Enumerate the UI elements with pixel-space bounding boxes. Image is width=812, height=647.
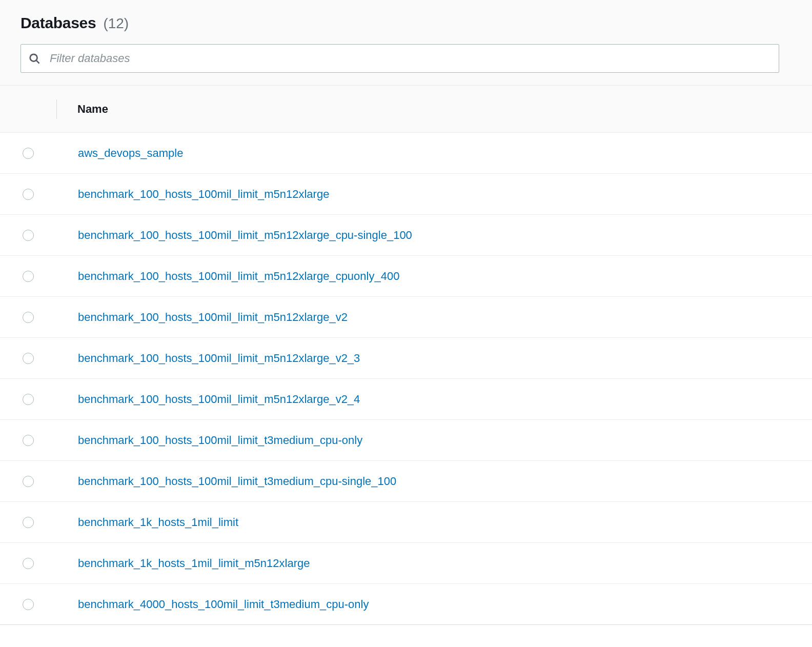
select-database-radio[interactable]: [23, 394, 34, 405]
row-select-cell: [0, 353, 56, 364]
column-header-name[interactable]: Name: [57, 103, 108, 116]
database-link[interactable]: benchmark_100_hosts_100mil_limit_m5n12xl…: [56, 311, 348, 324]
row-select-cell: [0, 312, 56, 323]
row-select-cell: [0, 230, 56, 241]
table-row: benchmark_1k_hosts_1mil_limit_m5n12xlarg…: [0, 543, 812, 584]
databases-table-body: aws_devops_sample benchmark_100_hosts_10…: [0, 133, 812, 625]
table-row: benchmark_100_hosts_100mil_limit_m5n12xl…: [0, 256, 812, 297]
table-row: benchmark_100_hosts_100mil_limit_m5n12xl…: [0, 174, 812, 215]
select-database-radio[interactable]: [23, 271, 34, 282]
databases-header: Databases (12): [0, 0, 812, 86]
select-database-radio[interactable]: [23, 435, 34, 446]
title-row: Databases (12): [21, 14, 791, 32]
select-database-radio[interactable]: [23, 476, 34, 487]
database-link[interactable]: benchmark_4000_hosts_100mil_limit_t3medi…: [56, 598, 369, 611]
database-link[interactable]: aws_devops_sample: [56, 147, 183, 160]
select-database-radio[interactable]: [23, 189, 34, 200]
select-database-radio[interactable]: [23, 148, 34, 159]
row-select-cell: [0, 394, 56, 405]
database-link[interactable]: benchmark_100_hosts_100mil_limit_m5n12xl…: [56, 229, 412, 242]
select-database-radio[interactable]: [23, 517, 34, 528]
select-database-radio[interactable]: [23, 230, 34, 241]
row-select-cell: [0, 476, 56, 487]
filter-wrapper: [21, 44, 779, 73]
database-link[interactable]: benchmark_1k_hosts_1mil_limit: [56, 516, 238, 529]
databases-count: (12): [103, 15, 129, 32]
database-link[interactable]: benchmark_100_hosts_100mil_limit_m5n12xl…: [56, 352, 360, 365]
page-title: Databases: [21, 14, 96, 32]
row-select-cell: [0, 189, 56, 200]
row-select-cell: [0, 517, 56, 528]
table-row: benchmark_100_hosts_100mil_limit_m5n12xl…: [0, 379, 812, 420]
database-link[interactable]: benchmark_100_hosts_100mil_limit_m5n12xl…: [56, 270, 399, 283]
table-header: Name: [0, 86, 812, 133]
table-row: benchmark_1k_hosts_1mil_limit: [0, 502, 812, 543]
table-row: benchmark_100_hosts_100mil_limit_t3mediu…: [0, 420, 812, 461]
table-row: benchmark_4000_hosts_100mil_limit_t3medi…: [0, 584, 812, 625]
select-database-radio[interactable]: [23, 558, 34, 569]
table-row: benchmark_100_hosts_100mil_limit_m5n12xl…: [0, 338, 812, 379]
row-select-cell: [0, 599, 56, 610]
table-row: benchmark_100_hosts_100mil_limit_m5n12xl…: [0, 297, 812, 338]
select-database-radio[interactable]: [23, 312, 34, 323]
row-select-cell: [0, 558, 56, 569]
database-link[interactable]: benchmark_100_hosts_100mil_limit_t3mediu…: [56, 434, 362, 447]
database-link[interactable]: benchmark_100_hosts_100mil_limit_m5n12xl…: [56, 188, 329, 201]
database-link[interactable]: benchmark_100_hosts_100mil_limit_t3mediu…: [56, 475, 396, 488]
row-select-cell: [0, 435, 56, 446]
select-database-radio[interactable]: [23, 599, 34, 610]
table-row: benchmark_100_hosts_100mil_limit_m5n12xl…: [0, 215, 812, 256]
database-link[interactable]: benchmark_1k_hosts_1mil_limit_m5n12xlarg…: [56, 557, 310, 570]
row-select-cell: [0, 271, 56, 282]
filter-databases-input[interactable]: [21, 44, 779, 73]
table-row: benchmark_100_hosts_100mil_limit_t3mediu…: [0, 461, 812, 502]
table-row: aws_devops_sample: [0, 133, 812, 174]
database-link[interactable]: benchmark_100_hosts_100mil_limit_m5n12xl…: [56, 393, 360, 406]
select-database-radio[interactable]: [23, 353, 34, 364]
row-select-cell: [0, 148, 56, 159]
